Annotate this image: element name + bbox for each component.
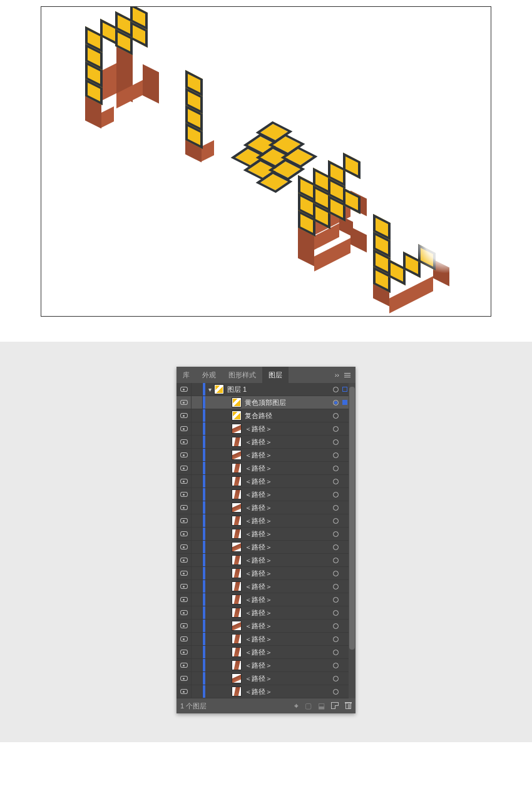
visibility-toggle[interactable] — [176, 475, 192, 487]
target-icon[interactable] — [330, 636, 341, 642]
tab-appearance[interactable]: 外观 — [196, 367, 222, 383]
target-icon[interactable] — [330, 413, 341, 419]
panel-menu-icon[interactable] — [344, 373, 350, 377]
layer-row[interactable]: ＜路径＞ — [176, 462, 356, 475]
lock-toggle[interactable] — [192, 672, 203, 685]
layer-name-label[interactable]: ＜路径＞ — [245, 516, 330, 526]
new-layer-icon[interactable] — [331, 702, 339, 710]
lock-toggle[interactable] — [192, 383, 203, 396]
layer-row[interactable]: ＜路径＞ — [176, 541, 356, 554]
layer-row[interactable]: ＜路径＞ — [176, 514, 356, 528]
visibility-toggle[interactable] — [176, 436, 192, 448]
layer-name-label[interactable]: ＜路径＞ — [245, 464, 330, 473]
layer-name-label[interactable]: 图层 1 — [227, 385, 330, 394]
lock-toggle[interactable] — [192, 475, 203, 487]
visibility-toggle[interactable] — [176, 685, 192, 698]
lock-toggle[interactable] — [192, 606, 203, 619]
layer-row[interactable]: ＜路径＞ — [176, 449, 356, 462]
layer-row[interactable]: ＜路径＞ — [176, 606, 356, 620]
layer-name-label[interactable]: ＜路径＞ — [245, 451, 330, 460]
layer-name-label[interactable]: ＜路径＞ — [245, 661, 330, 670]
target-icon[interactable] — [330, 426, 341, 432]
layer-name-label[interactable]: ＜路径＞ — [245, 477, 330, 486]
layer-name-label[interactable]: ＜路径＞ — [245, 556, 330, 565]
lock-toggle[interactable] — [192, 620, 203, 632]
visibility-toggle[interactable] — [176, 554, 192, 566]
layer-row[interactable]: ＜路径＞ — [176, 528, 356, 541]
visibility-toggle[interactable] — [176, 672, 192, 685]
target-icon[interactable] — [330, 623, 341, 629]
lock-toggle[interactable] — [192, 462, 203, 474]
create-sublayer-icon[interactable]: ⬓ — [318, 702, 325, 710]
target-icon[interactable] — [330, 584, 341, 590]
visibility-toggle[interactable] — [176, 514, 192, 527]
layer-name-label[interactable]: ＜路径＞ — [245, 687, 330, 697]
target-icon[interactable] — [330, 439, 341, 445]
tab-layers[interactable]: 图层 — [262, 367, 289, 383]
layer-row[interactable]: ＜路径＞ — [176, 646, 356, 659]
layer-name-label[interactable]: ＜路径＞ — [245, 595, 330, 605]
layer-row[interactable]: ＜路径＞ — [176, 633, 356, 646]
lock-toggle[interactable] — [192, 646, 203, 658]
layer-row[interactable]: 黄色顶部图层 — [176, 396, 356, 409]
layer-row[interactable]: ＜路径＞ — [176, 475, 356, 488]
target-icon[interactable] — [330, 452, 341, 458]
layer-row[interactable]: ＜路径＞ — [176, 436, 356, 449]
panel-expand-icon[interactable]: ›› — [335, 371, 339, 379]
lock-toggle[interactable] — [192, 593, 203, 606]
layer-row[interactable]: ＜路径＞ — [176, 554, 356, 567]
lock-toggle[interactable] — [192, 567, 203, 579]
target-icon[interactable] — [330, 676, 341, 681]
target-icon[interactable] — [330, 479, 341, 484]
visibility-toggle[interactable] — [176, 383, 192, 396]
visibility-toggle[interactable] — [176, 409, 192, 422]
lock-toggle[interactable] — [192, 554, 203, 566]
visibility-toggle[interactable] — [176, 646, 192, 658]
layer-row[interactable]: ＜路径＞ — [176, 593, 356, 606]
lock-toggle[interactable] — [192, 541, 203, 553]
target-icon[interactable] — [330, 387, 341, 392]
lock-toggle[interactable] — [192, 685, 203, 698]
visibility-toggle[interactable] — [176, 541, 192, 553]
visibility-toggle[interactable] — [176, 396, 192, 409]
layer-name-label[interactable]: ＜路径＞ — [245, 635, 330, 644]
layer-name-label[interactable]: ＜路径＞ — [245, 529, 330, 539]
layer-name-label[interactable]: ＜路径＞ — [245, 674, 330, 683]
layer-name-label[interactable]: ＜路径＞ — [245, 608, 330, 618]
visibility-toggle[interactable] — [176, 422, 192, 435]
layer-name-label[interactable]: ＜路径＞ — [245, 543, 330, 552]
layer-row[interactable]: ＜路径＞ — [176, 620, 356, 633]
layer-row[interactable]: ＜路径＞ — [176, 488, 356, 501]
target-icon[interactable] — [330, 663, 341, 668]
lock-toggle[interactable] — [192, 449, 203, 461]
lock-toggle[interactable] — [192, 633, 203, 645]
visibility-toggle[interactable] — [176, 659, 192, 671]
lock-toggle[interactable] — [192, 409, 203, 422]
tab-library[interactable]: 库 — [176, 367, 196, 383]
target-icon[interactable] — [330, 492, 341, 498]
layer-name-label[interactable]: ＜路径＞ — [245, 621, 330, 631]
lock-toggle[interactable] — [192, 488, 203, 501]
lock-toggle[interactable] — [192, 501, 203, 514]
panel-scrollbar-thumb[interactable] — [349, 387, 355, 650]
layer-row[interactable]: ＜路径＞ — [176, 672, 356, 685]
lock-toggle[interactable] — [192, 528, 203, 540]
target-icon[interactable] — [330, 610, 341, 616]
layer-name-label[interactable]: ＜路径＞ — [245, 503, 330, 513]
visibility-toggle[interactable] — [176, 567, 192, 579]
layer-row[interactable]: 复合路径 — [176, 409, 356, 422]
target-icon[interactable] — [330, 518, 341, 524]
target-icon[interactable] — [330, 466, 341, 471]
target-icon[interactable] — [330, 650, 341, 655]
visibility-toggle[interactable] — [176, 593, 192, 606]
tab-graphic-styles[interactable]: 图形样式 — [222, 367, 262, 383]
layer-name-label[interactable]: 黄色顶部图层 — [245, 398, 330, 407]
lock-toggle[interactable] — [192, 436, 203, 448]
visibility-toggle[interactable] — [176, 462, 192, 474]
layer-row[interactable]: ＜路径＞ — [176, 422, 356, 436]
visibility-toggle[interactable] — [176, 620, 192, 632]
lock-toggle[interactable] — [192, 659, 203, 671]
layer-row[interactable]: ＜路径＞ — [176, 685, 356, 698]
target-icon[interactable] — [330, 531, 341, 537]
visibility-toggle[interactable] — [176, 606, 192, 619]
